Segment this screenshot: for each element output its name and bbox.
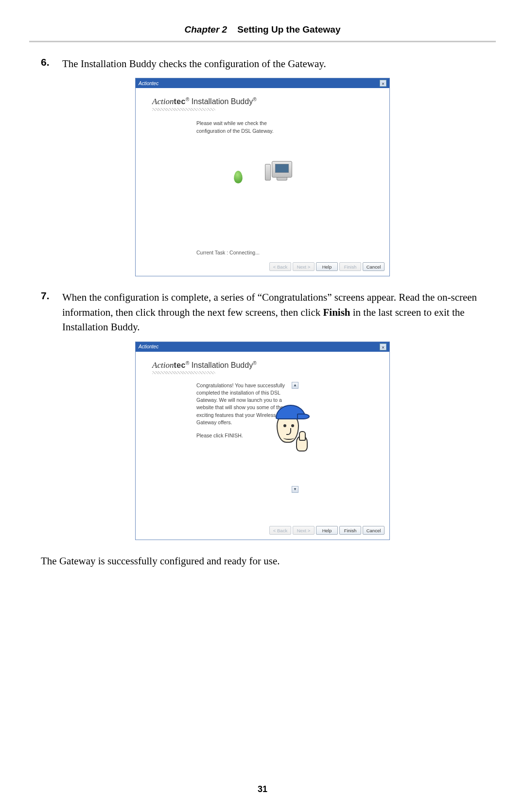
current-task-text: Current Task : Connecting... bbox=[196, 250, 260, 255]
cancel-button[interactable]: Cancel bbox=[363, 262, 385, 271]
button-bar: < Back Next > Help Finish Cancel bbox=[269, 262, 385, 271]
product-name: Installation Buddy bbox=[189, 98, 253, 106]
page-number: 31 bbox=[0, 784, 525, 794]
window-titlebar: Actiontec × bbox=[136, 342, 389, 352]
finish-button: Finish bbox=[339, 262, 361, 271]
cancel-button[interactable]: Cancel bbox=[363, 526, 385, 535]
scroll-down-icon[interactable]: ▼ bbox=[292, 486, 298, 493]
registered-mark-2: ® bbox=[253, 361, 256, 366]
brand-underline bbox=[152, 371, 215, 374]
step-text: The Installation Buddy checks the config… bbox=[62, 56, 486, 71]
close-icon[interactable]: × bbox=[380, 80, 386, 87]
status-message: Please wait while we check the configura… bbox=[196, 120, 294, 134]
titlebar-text: Actiontec bbox=[139, 81, 158, 86]
step-text: When the configuration is complete, a se… bbox=[62, 290, 486, 334]
registered-mark-2: ® bbox=[253, 97, 256, 102]
globe-icon bbox=[234, 171, 243, 183]
step-7: 7. When the configuration is complete, a… bbox=[39, 290, 486, 334]
finish-button[interactable]: Finish bbox=[339, 526, 361, 535]
step-text-bold: Finish bbox=[323, 307, 350, 318]
step-number: 7. bbox=[39, 290, 62, 334]
figure-1: Actiontec × Actiontec® Installation Budd… bbox=[39, 78, 486, 276]
header-divider bbox=[29, 41, 496, 43]
closing-text: The Gateway is successfully configured a… bbox=[41, 554, 486, 568]
scroll-up-icon[interactable]: ▲ bbox=[292, 382, 298, 389]
buddy-character-icon bbox=[277, 413, 311, 456]
product-name: Installation Buddy bbox=[189, 361, 253, 369]
button-bar: < Back Next > Help Finish Cancel bbox=[269, 526, 385, 535]
step-number: 6. bbox=[39, 56, 62, 71]
help-button[interactable]: Help bbox=[316, 526, 338, 535]
window-titlebar: Actiontec × bbox=[136, 78, 389, 88]
back-button: < Back bbox=[269, 526, 291, 535]
close-icon[interactable]: × bbox=[380, 343, 386, 350]
titlebar-text: Actiontec bbox=[139, 344, 158, 349]
brand-logo-action: Action bbox=[152, 361, 174, 370]
installer-window-checking: Actiontec × Actiontec® Installation Budd… bbox=[135, 78, 390, 276]
next-button: Next > bbox=[293, 262, 315, 271]
back-button: < Back bbox=[269, 262, 291, 271]
chapter-label: Chapter 2 bbox=[185, 24, 228, 35]
installer-window-congrats: Actiontec × Actiontec® Installation Budd… bbox=[135, 342, 390, 540]
chapter-title: Setting Up the Gateway bbox=[237, 24, 340, 35]
next-button: Next > bbox=[293, 526, 315, 535]
brand-logo-tec: tec bbox=[174, 98, 186, 106]
brand-logo-action: Action bbox=[152, 97, 174, 107]
help-button[interactable]: Help bbox=[316, 262, 338, 271]
step-6: 6. The Installation Buddy checks the con… bbox=[39, 56, 486, 71]
figure-2: Actiontec × Actiontec® Installation Budd… bbox=[39, 342, 486, 540]
brand-logo-tec: tec bbox=[174, 361, 186, 369]
page-header: Chapter 2 Setting Up the Gateway bbox=[39, 24, 486, 41]
computer-icon bbox=[272, 161, 292, 178]
brand-underline bbox=[152, 108, 215, 111]
